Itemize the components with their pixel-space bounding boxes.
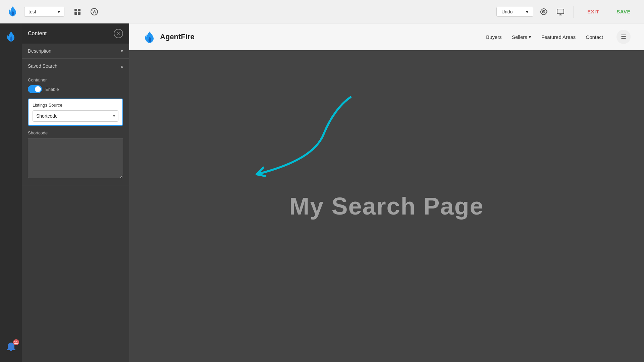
svg-rect-0 [74, 9, 77, 11]
toggle-knob [35, 86, 41, 92]
main-area: 11 Content ✕ Description ▾ Saved Search … [0, 23, 644, 362]
description-chevron-icon: ▾ [121, 48, 123, 54]
content-panel: Content ✕ Description ▾ Saved Search ▴ C… [22, 23, 129, 362]
undo-label: Undo [501, 9, 513, 14]
site-logo-text: AgentFire [160, 33, 195, 41]
nav-contact[interactable]: Contact [586, 34, 603, 40]
container-label: Container [28, 77, 123, 82]
toolbar: test ▾ W Undo ▾ [0, 0, 644, 23]
svg-text:W: W [93, 10, 97, 14]
container-toggle[interactable] [28, 85, 42, 93]
notification-badge: 11 [13, 339, 19, 345]
nav-sellers[interactable]: Sellers ▾ [512, 34, 531, 40]
listings-source-label: Listings Source [33, 103, 118, 108]
arrow-annotation [230, 90, 364, 184]
preview-area: AgentFire Buyers Sellers ▾ Featured Area… [129, 23, 644, 362]
chevron-down-icon: ▾ [58, 9, 60, 14]
listings-source-select[interactable]: Shortcode IDX Manual [33, 110, 118, 122]
saved-search-chevron-icon: ▴ [121, 63, 123, 69]
undo-chevron-icon: ▾ [526, 9, 528, 14]
panel-header: Content ✕ [22, 23, 129, 44]
wordpress-icon-btn[interactable]: W [88, 5, 101, 18]
listings-source-select-wrapper: Shortcode IDX Manual ▾ [33, 110, 118, 122]
left-sidebar: 11 [0, 23, 22, 362]
toggle-row: Enable [28, 85, 123, 93]
hamburger-button[interactable]: ☰ [616, 30, 631, 44]
saved-search-accordion-header[interactable]: Saved Search ▴ [22, 59, 129, 73]
shortcode-section: Shortcode [28, 130, 123, 180]
project-name: test [29, 9, 36, 14]
container-row: Container Enable [28, 77, 123, 93]
preview-icon-btn[interactable] [537, 5, 550, 18]
description-accordion-header[interactable]: Description ▾ [22, 44, 129, 58]
undo-dropdown[interactable]: Undo ▾ [496, 7, 533, 17]
panel-title: Content [28, 31, 47, 37]
hero-area: My Search Page [129, 50, 644, 362]
grid-icon-btn[interactable] [71, 5, 84, 18]
panel-close-button[interactable]: ✕ [114, 29, 123, 38]
nav-buyers[interactable]: Buyers [486, 34, 502, 40]
nav-featured-areas[interactable]: Featured Areas [541, 34, 576, 40]
toggle-enable-label: Enable [45, 87, 59, 92]
saved-search-body: Container Enable Listings Source Shortco… [22, 73, 129, 185]
responsive-icon-btn[interactable] [554, 5, 567, 18]
svg-rect-3 [78, 12, 80, 15]
svg-rect-2 [74, 12, 77, 15]
description-label: Description [28, 48, 51, 54]
sellers-chevron-icon: ▾ [529, 34, 531, 40]
site-logo-area: AgentFire [143, 30, 195, 44]
site-nav: AgentFire Buyers Sellers ▾ Featured Area… [129, 23, 644, 50]
svg-rect-7 [557, 9, 564, 14]
saved-search-section: Saved Search ▴ Container Enable [22, 59, 129, 185]
notification-icon[interactable]: 11 [4, 341, 18, 355]
hero-title: My Search Page [289, 192, 484, 220]
close-icon: ✕ [116, 31, 120, 36]
shortcode-label: Shortcode [28, 130, 123, 135]
save-button[interactable]: SAVE [610, 6, 637, 17]
hamburger-icon: ☰ [621, 33, 626, 41]
sidebar-logo [5, 30, 17, 44]
exit-button[interactable]: EXIT [581, 6, 606, 17]
listings-source-box: Listings Source Shortcode IDX Manual ▾ [28, 99, 123, 126]
site-logo-flame [143, 30, 157, 44]
svg-rect-1 [78, 9, 80, 11]
toolbar-logo [7, 5, 19, 18]
saved-search-label: Saved Search [28, 63, 57, 69]
description-section: Description ▾ [22, 44, 129, 59]
project-dropdown[interactable]: test ▾ [24, 7, 64, 17]
site-nav-links: Buyers Sellers ▾ Featured Areas Contact … [486, 30, 631, 44]
shortcode-textarea[interactable] [28, 138, 123, 178]
